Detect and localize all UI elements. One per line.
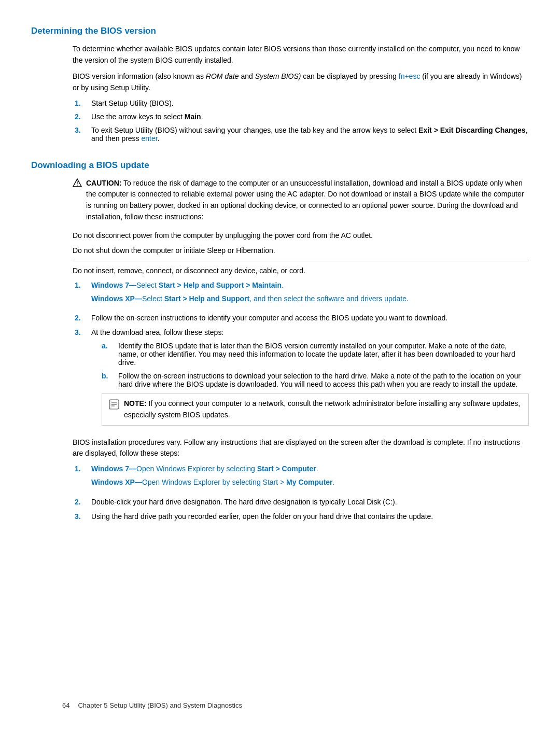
section1-step1: 1. Start Setup Utility (BIOS). [73,99,529,107]
section-downloading-bios: Downloading a BIOS update ! CAUTION: To … [31,155,529,521]
final-step1-win7: Windows 7—Open Windows Explorer by selec… [91,465,334,473]
final-step2: 2. Double-click your hard drive designat… [73,498,529,506]
svg-text:!: ! [76,181,78,187]
page-footer: 64 Chapter 5 Setup Utility (BIOS) and Sy… [62,696,498,709]
section1-title: Determining the BIOS version [31,21,529,36]
note-icon [108,399,120,410]
section2-main-steps: 1. Windows 7—Select Start > Help and Sup… [73,281,529,431]
section1-step2: 2. Use the arrow keys to select Main. [73,113,529,121]
section1-step3: 3. To exit Setup Utility (BIOS) without … [73,126,529,143]
caution-icon: ! [73,178,82,188]
caution-text: CAUTION: To reduce the risk of damage to… [86,178,529,223]
sub-step-b: b. Follow the on-screen instructions to … [102,372,529,388]
section1-steps: 1. Start Setup Utility (BIOS). 2. Use th… [73,99,529,143]
svg-rect-6 [109,400,111,409]
section2-step1: 1. Windows 7—Select Start > Help and Sup… [73,281,529,308]
sub-step-a: a. Identify the BIOS update that is late… [102,342,529,367]
note-box: NOTE: If you connect your computer to a … [102,393,529,425]
bios-install-para: BIOS installation procedures vary. Follo… [73,437,529,459]
step1-win7: Windows 7—Select Start > Help and Suppor… [91,281,409,289]
step1-winxp: Windows XP—Select Start > Help and Suppo… [91,293,409,305]
section2-title: Downloading a BIOS update [31,155,529,171]
do-not-line-3: Do not insert, remove, connect, or disco… [73,261,529,281]
final-step1-winxp: Windows XP—Open Windows Explorer by sele… [91,477,334,488]
caution-box: ! CAUTION: To reduce the risk of damage … [73,178,529,223]
section2-sub-steps: a. Identify the BIOS update that is late… [91,342,529,388]
section2-final-steps: 1. Windows 7—Open Windows Explorer by se… [73,465,529,521]
note-label: NOTE: [124,399,147,407]
section-determining-bios: Determining the BIOS version To determin… [31,21,529,143]
section2-step2: 2. Follow the on-screen instructions to … [73,314,529,322]
caution-label: CAUTION: [86,179,121,187]
section1-para2: BIOS version information (also known as … [73,71,529,93]
final-step3: 3. Using the hard drive path you recorde… [73,512,529,521]
page-number: 64 [62,701,69,709]
chapter-text: Chapter 5 Setup Utility (BIOS) and Syste… [78,701,242,709]
do-not-line-2: Do not shut down the computer or initiat… [73,245,529,261]
note-text: NOTE: If you connect your computer to a … [124,398,522,420]
section1-para1: To determine whether available BIOS upda… [73,44,529,66]
final-step1: 1. Windows 7—Open Windows Explorer by se… [73,465,529,491]
do-not-line-1: Do not disconnect power from the compute… [73,230,529,246]
section2-step3: 3. At the download area, follow these st… [73,328,529,430]
